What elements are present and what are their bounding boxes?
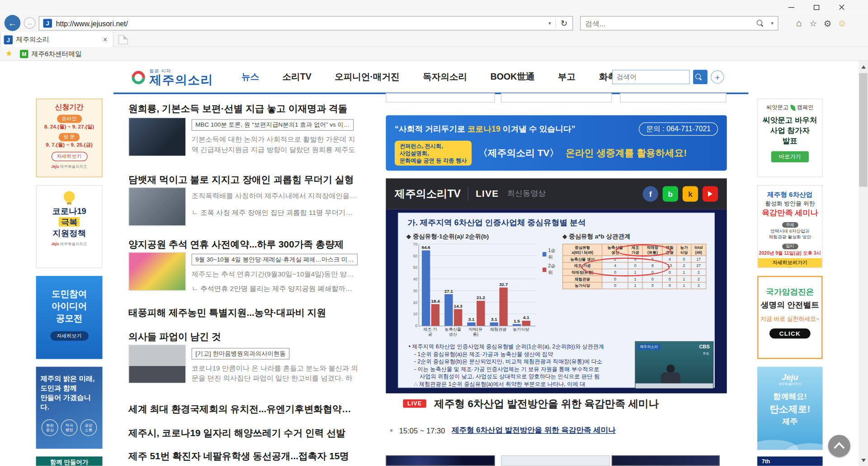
settings-gear-icon[interactable] [821, 16, 835, 31]
address-bar[interactable]: J [39, 16, 573, 31]
page-scrollbar[interactable] [859, 61, 868, 466]
ad-badge: 일시 [782, 244, 798, 249]
news-related-link[interactable]: ㄴ 추석연휴 2만명 몰리는 제주 양지공원 폐쇄할까… [192, 284, 352, 294]
table-cell: 0 [602, 269, 628, 276]
ad-cancer-screening[interactable]: 국가암검진은 생명의 안전밸트 지금 바로 실천하세요~ CLICK [757, 276, 822, 359]
site-search-button[interactable] [693, 70, 708, 84]
news-related-box[interactable]: MBC 100분 토론, 원 “보편지급N분의1 효과 없어” vs 이… [192, 119, 354, 131]
ad-seed-bookstore[interactable]: 씨앗문고 캠페인 씨앗문고 바우처 사업 참가자 발표 바로가기 [757, 99, 822, 177]
news-headline[interactable]: 담뱃재 먹이고 불로 지지고 장애인 괴롭힘 무더기 실형 [128, 173, 370, 186]
ad-carbon-zero[interactable]: Jeju 제주특별자치도 함께해요! 탄소제로! 제주 [757, 367, 822, 450]
refresh-button[interactable] [556, 18, 572, 28]
banner-event-box: 컨퍼런스, 전시회, 사업설명회, 문화예술 공연 등 각종 행사 [395, 141, 472, 166]
news-headline[interactable]: 양지공원 추석 연휴 사전예약...하루 300가족 총량제 [128, 238, 370, 251]
search-dropdown-icon[interactable] [767, 20, 778, 26]
video-thumbnail[interactable] [501, 456, 610, 466]
value-badge: 공감 소통 [80, 419, 97, 436]
ad-more-button[interactable]: 자세히보기 [50, 331, 88, 341]
table-row-header: 제조·가공 [563, 262, 602, 269]
ad-click-button[interactable]: CLICK [769, 328, 811, 338]
facebook-icon[interactable]: f [643, 186, 658, 201]
news-headline[interactable]: 원희룡, 기본소득 보편·선별 지급 놓고 이재명과 격돌 [128, 103, 370, 115]
kakao-icon[interactable]: k [683, 186, 698, 201]
video-player[interactable]: 가. 제주지역 6차산업 인증사업체 중심유형별 분석 ◆ 중심유형-1순위(a… [386, 209, 726, 394]
ad-more-button[interactable]: 자세히보기 [51, 152, 87, 162]
news-thumbnail[interactable] [128, 345, 186, 384]
site-plus-button[interactable]: + [711, 71, 724, 84]
site-nav-item-soritv[interactable]: 소리TV [271, 71, 323, 83]
y-tick-label: 0 [415, 324, 417, 328]
scrollbar-up-arrow[interactable] [859, 62, 868, 71]
news-headline[interactable]: 제주 51번 확진자 네팔유학생 동선공개...접촉자 15명 [128, 450, 370, 462]
table-row: 농가식당010012 [563, 282, 706, 289]
favorites-star-icon[interactable] [5, 49, 12, 58]
ad-more-button[interactable]: 바로가기 [771, 151, 809, 162]
ad-topic: 언택시대 6차산업과 체험관광 활성화 방안 [758, 229, 822, 240]
news-thumbnail[interactable] [128, 252, 186, 291]
news-headline[interactable]: 제주시, 코로나19 일자리 해양쓰레기 수거 인력 선발 [128, 427, 370, 439]
site-nav-item-readers[interactable]: 독자의소리 [411, 71, 479, 83]
tv-live-label[interactable]: LIVE [476, 188, 499, 199]
live-video-title[interactable]: 제주형 6차산업 발전방안을 위한 육감만족 세미나 [434, 397, 659, 411]
presenter-figure [661, 372, 680, 383]
browser-search-input[interactable] [580, 19, 756, 27]
browser-search-box[interactable] [580, 16, 778, 31]
video-thumbnail[interactable] [612, 456, 720, 466]
news-headline[interactable]: 의사들 파업이 남긴 것 [128, 330, 370, 343]
maximize-button[interactable] [804, 0, 829, 14]
address-dropdown-icon[interactable] [544, 20, 555, 26]
site-nav-item-obituary[interactable]: 부고 [546, 71, 587, 83]
table-cell: 8 [642, 262, 663, 269]
tab-close-icon[interactable] [101, 35, 110, 44]
site-nav-item-book[interactable]: BOOK世通 [479, 71, 546, 83]
minimize-button[interactable] [778, 0, 804, 14]
url-input[interactable] [56, 19, 544, 27]
feedback-smiley-icon[interactable] [835, 16, 849, 31]
news-headline[interactable]: 태풍피해 제주농민 특별지원...농약·대파비 지원 [128, 306, 370, 319]
site-nav-item-opinion[interactable]: 오피니언·매거진 [323, 71, 411, 83]
tab-favicon: J [4, 35, 13, 44]
ad-application-period[interactable]: 신청기간 온라인 8. 24.(월) ~ 9. 27.(일) 방 문 9. 7.… [36, 99, 103, 177]
table-row-header: 체험관광 [563, 276, 602, 282]
favorites-shortcut-mail[interactable]: M 제주6차센터메일 [20, 49, 82, 59]
scrollbar-thumb[interactable] [859, 73, 867, 187]
news-related-box[interactable]: 9월 30~10월 4일 봉안당·제례실·휴게실 폐쇄…마스크 미… [192, 254, 358, 266]
news-thumbnail[interactable] [128, 187, 186, 226]
table-row-header: 농축산물 생산 [563, 256, 602, 262]
ad-partial-bottom-left[interactable]: 함께 만들어가 [36, 456, 103, 466]
band-icon[interactable]: b [663, 186, 678, 201]
tv-brand[interactable]: 제주의소리TV [395, 187, 461, 201]
ad-bright-future[interactable]: 제주의 밝은 미래, 도민과 함께 만들어 가겠습니다. 현장 중심 적극 행정… [36, 367, 103, 449]
news-related-box[interactable]: [기고] 한마음병원외과의사이현동 [192, 348, 290, 360]
scrollbar-down-arrow[interactable] [859, 456, 868, 465]
news-item-body: MBC 100분 토론, 원 “보편지급N분의1 효과 없어” vs 이… 기본… [128, 118, 370, 157]
tab-jejusori[interactable]: J 제주의소리 [0, 32, 113, 47]
bar-value-label: 3.1 [468, 317, 475, 322]
new-tab-button[interactable] [118, 35, 128, 44]
ad-partial-bottom-right[interactable]: 7th [757, 456, 822, 466]
site-nav-item-news[interactable]: 뉴스 [230, 71, 271, 83]
ad-more-button[interactable]: 자세히보러가기 [758, 258, 822, 268]
news-related-link[interactable]: ㄴ 조폭 사칭 제주 장애인 집단 괴롭힘 11명 무더기… [192, 208, 353, 218]
ad-idea-contest[interactable]: 도민참여 아이디어 공모전 자세히보기 [36, 276, 103, 359]
news-thumbnail[interactable] [128, 118, 186, 157]
home-icon[interactable] [792, 16, 806, 31]
close-button[interactable] [829, 0, 854, 14]
scroll-to-top-button[interactable] [828, 435, 850, 457]
favorites-icon[interactable] [806, 16, 821, 31]
tv-latest-label[interactable]: 최신동영상 [507, 189, 546, 199]
ad-corona-support[interactable]: 코로나19 극복 지원정책 Jeju제주특별자치도 [36, 185, 103, 268]
back-button[interactable]: ← [5, 15, 21, 31]
news-headline[interactable]: 세계 최대 환경국제회의 유치전...유엔기후변화협약… [128, 403, 370, 415]
video-thumbnail[interactable] [386, 456, 495, 466]
site-search-input[interactable] [612, 70, 689, 84]
forward-button[interactable]: → [24, 17, 36, 29]
ad-banner-distancing[interactable]: “사회적 거리두기로 코로나19 이겨낼 수 있습니다” 문의 : 064-71… [386, 115, 726, 171]
schedule-link[interactable]: 제주형 6차산업 발전방안을 위한 육감만족 세미나 [452, 425, 616, 435]
category-label: 농축산물 생산 [444, 328, 462, 337]
ad-seminar[interactable]: 제주형 6차산업 활성화 방안을 위한 육감만족 세미나 주제 언택시대 6차산… [757, 185, 822, 268]
search-icon[interactable] [757, 19, 764, 27]
youtube-icon[interactable] [703, 186, 718, 201]
ad-line: 지원정책 [37, 228, 102, 238]
site-logo[interactable]: 젊은 시각 제주의소리 [132, 68, 213, 86]
